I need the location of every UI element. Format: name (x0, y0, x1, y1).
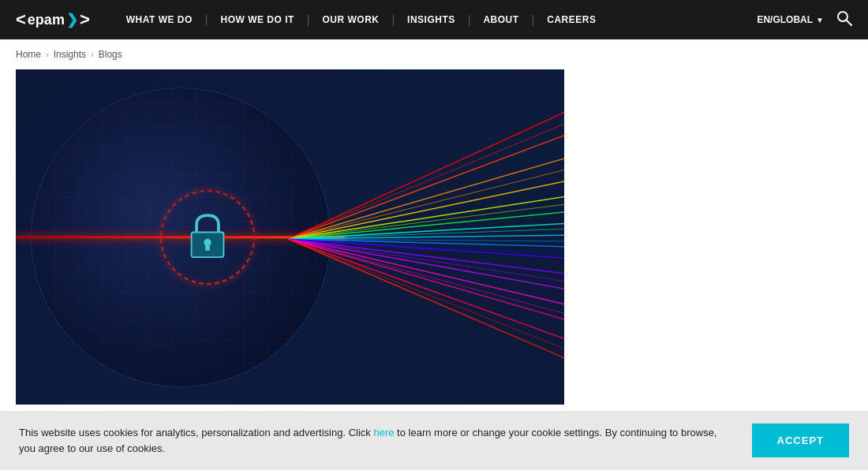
nav-item-how-we-do-it[interactable]: HOW WE DO IT (208, 14, 307, 25)
svg-line-2 (288, 109, 564, 239)
nav-right: EN/GLOBAL ▼ (757, 10, 852, 30)
logo[interactable]: < epam ❯ > (16, 9, 90, 30)
nav-link-insights[interactable]: INSIGHTS (395, 14, 468, 25)
nav-item-careers[interactable]: CAREERS (534, 14, 608, 25)
svg-line-17 (288, 239, 564, 361)
search-icon (836, 10, 852, 26)
breadcrumb-sep-1: › (46, 50, 49, 59)
nav-left: < epam ❯ > WHAT WE DO | HOW WE DO IT | O… (16, 9, 608, 30)
lock-icon-container (160, 190, 255, 285)
cookie-learn-more-link[interactable]: here (373, 427, 394, 438)
lock-svg (184, 211, 231, 263)
nav-item-about[interactable]: ABOUT (470, 14, 531, 25)
search-button[interactable] (836, 10, 852, 30)
svg-line-1 (847, 21, 851, 25)
svg-point-0 (838, 12, 847, 21)
nav-link-how-we-do-it[interactable]: HOW WE DO IT (208, 14, 307, 25)
nav-item-our-work[interactable]: OUR WORK (309, 14, 391, 25)
language-dropdown-arrow: ▼ (816, 16, 824, 24)
svg-line-25 (288, 239, 564, 315)
breadcrumb-insights[interactable]: Insights (54, 49, 86, 60)
fiber-svg (288, 69, 564, 405)
cookie-text-before: This website uses cookies for analytics,… (19, 427, 373, 438)
svg-line-18 (288, 121, 564, 239)
language-selector[interactable]: EN/GLOBAL ▼ (757, 14, 824, 25)
hero-image (16, 69, 564, 405)
nav-links: WHAT WE DO | HOW WE DO IT | OUR WORK | I… (114, 13, 609, 26)
svg-line-15 (288, 239, 564, 322)
breadcrumb-sep-2: › (91, 50, 94, 59)
svg-line-4 (288, 156, 564, 239)
main-content (0, 69, 868, 405)
cookie-message: This website uses cookies for analytics,… (19, 425, 728, 456)
nav-link-our-work[interactable]: OUR WORK (309, 14, 391, 25)
nav-link-about[interactable]: ABOUT (470, 14, 531, 25)
svg-line-7 (288, 211, 564, 239)
nav-link-what-we-do[interactable]: WHAT WE DO (114, 14, 205, 25)
cookie-banner: This website uses cookies for analytics,… (0, 411, 868, 470)
nav-item-what-we-do[interactable]: WHAT WE DO (114, 14, 205, 25)
svg-line-16 (288, 239, 564, 341)
nav-link-careers[interactable]: CAREERS (534, 14, 608, 25)
breadcrumb: Home › Insights › Blogs (0, 39, 868, 69)
language-label: EN/GLOBAL (757, 14, 813, 25)
navbar: < epam ❯ > WHAT WE DO | HOW WE DO IT | O… (0, 0, 868, 39)
breadcrumb-home[interactable]: Home (16, 49, 41, 60)
nav-item-insights[interactable]: INSIGHTS (395, 14, 468, 25)
logo-text: epam (28, 12, 65, 28)
svg-line-6 (288, 196, 564, 239)
logo-arrow: ❯ (66, 11, 78, 28)
logo-bracket-right: > (80, 9, 90, 30)
logo-bracket-left: < (16, 9, 26, 30)
fiber-lines (288, 69, 564, 405)
accept-cookies-button[interactable]: ACCEPT (752, 423, 849, 457)
svg-line-3 (288, 132, 564, 239)
svg-rect-29 (205, 244, 210, 250)
breadcrumb-blogs: Blogs (99, 49, 122, 60)
